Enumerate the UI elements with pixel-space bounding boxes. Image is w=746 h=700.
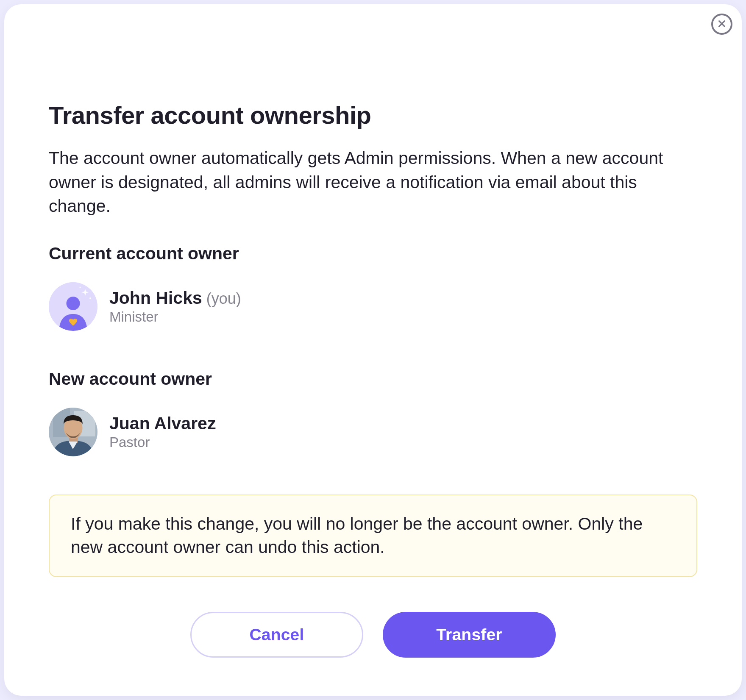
modal-description: The account owner automatically gets Adm… — [49, 146, 693, 218]
svg-point-6 — [67, 297, 80, 310]
close-icon — [717, 19, 727, 30]
current-owner-label: Current account owner — [49, 244, 697, 264]
warning-text: If you make this change, you will no lon… — [71, 512, 675, 560]
svg-point-4 — [89, 297, 91, 299]
svg-point-5 — [80, 286, 81, 288]
new-owner-label: New account owner — [49, 369, 697, 389]
current-owner-name: John Hicks — [109, 288, 202, 308]
new-owner-row: Juan Alvarez Pastor — [49, 408, 697, 456]
cancel-button[interactable]: Cancel — [190, 612, 363, 658]
new-owner-role: Pastor — [109, 434, 216, 450]
avatar — [49, 408, 97, 456]
current-owner-text: John Hicks (you) Minister — [109, 288, 241, 325]
new-owner-name: Juan Alvarez — [109, 414, 216, 433]
close-button[interactable] — [711, 14, 732, 35]
current-owner-role: Minister — [109, 309, 241, 325]
transfer-button[interactable]: Transfer — [383, 612, 556, 658]
button-row: Cancel Transfer — [49, 612, 697, 658]
modal-title: Transfer account ownership — [49, 101, 697, 129]
warning-box: If you make this change, you will no lon… — [49, 494, 697, 578]
current-owner-row: John Hicks (you) Minister — [49, 282, 697, 331]
new-owner-text: Juan Alvarez Pastor — [109, 414, 216, 450]
transfer-ownership-modal: Transfer account ownership The account o… — [4, 4, 742, 696]
avatar — [49, 282, 97, 331]
current-owner-you-suffix: (you) — [206, 290, 241, 308]
